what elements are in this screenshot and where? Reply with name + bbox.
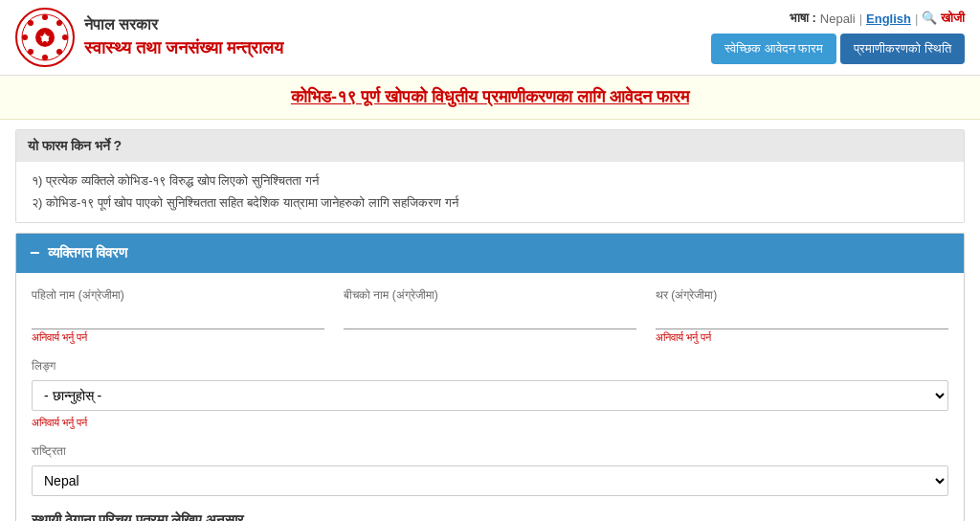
language-label: भाषा : <box>790 11 816 26</box>
header-button-group: स्वेच्छिक आवेदन फारम प्रमाणीकरणको स्थिति <box>711 34 965 64</box>
personal-section-header: − व्यक्तिगत विवरण <box>16 234 964 273</box>
info-item-1: १) प्रत्येक व्यक्तिले कोभिड-१९ विरुद्ध ख… <box>32 170 948 192</box>
search-button[interactable]: 🔍 खोजी <box>922 11 965 26</box>
last-name-error: अनिवार्य भर्नु पर्न <box>656 331 948 344</box>
language-bar: भाषा : Nepali | English | 🔍 खोजी <box>790 11 965 26</box>
svg-point-4 <box>22 34 28 40</box>
collapse-icon[interactable]: − <box>30 243 40 263</box>
nepali-language-link[interactable]: Nepali <box>820 11 856 26</box>
middle-name-group: बीचको नाम (अंग्रेजीमा) <box>344 288 636 344</box>
info-box-header: यो फारम किन भर्ने ? <box>16 130 964 162</box>
header: 🏔 नेपाल सरकार स्वास्थ्य तथा जनसंख्या मन्… <box>0 0 980 76</box>
svg-point-3 <box>42 55 48 60</box>
svg-text:🏔: 🏔 <box>41 34 49 43</box>
svg-point-6 <box>28 20 33 26</box>
government-text: नेपाल सरकार स्वास्थ्य तथा जनसंख्या मन्त्… <box>84 14 283 60</box>
english-language-link[interactable]: English <box>866 11 911 26</box>
personal-section-body: पहिलो नाम (अंग्रेजीमा) अनिवार्य भर्नु पर… <box>16 273 964 521</box>
page-title: कोभिड-१९ पूर्ण खोपको विधुतीय प्रमाणीकरणक… <box>15 87 965 107</box>
application-form-button[interactable]: स्वेच्छिक आवेदन फारम <box>711 34 836 64</box>
page-title-bar: कोभिड-१९ पूर्ण खोपको विधुतीय प्रमाणीकरणक… <box>0 76 980 120</box>
name-row: पहिलो नाम (अंग्रेजीमा) अनिवार्य भर्नु पर… <box>32 288 948 344</box>
first-name-group: पहिलो नाम (अंग्रेजीमा) अनिवार्य भर्नु पर… <box>32 288 324 344</box>
verification-status-button[interactable]: प्रमाणीकरणको स्थिति <box>840 34 965 64</box>
gender-select[interactable]: - छान्नुहोस् - <box>32 380 948 411</box>
gender-label: लिङ्ग <box>32 359 948 373</box>
nationality-select[interactable]: Nepal <box>32 465 948 496</box>
personal-section-title: व्यक्तिगत विवरण <box>48 244 127 261</box>
last-name-label: थर (अंग्रेजीमा) <box>656 288 948 302</box>
svg-point-9 <box>56 49 62 55</box>
government-logo: 🏔 <box>15 8 75 67</box>
govt-name-nepali: नेपाल सरकार <box>84 14 283 35</box>
personal-section: − व्यक्तिगत विवरण पहिलो नाम (अंग्रेजीमा)… <box>15 233 965 521</box>
address-sub-title: स्थायी ठेगाना परिचय पत्रमा लेखिए अनुसार <box>32 511 948 521</box>
lang-separator2: | <box>915 11 918 26</box>
gender-error: अनिवार्य भर्नु पर्न <box>32 417 948 429</box>
first-name-input[interactable] <box>32 306 324 329</box>
middle-name-label: बीचको नाम (अंग्रेजीमा) <box>344 288 636 302</box>
lang-separator: | <box>859 11 862 26</box>
govt-ministry: स्वास्थ्य तथा जनसंख्या मन्त्रालय <box>84 36 283 60</box>
last-name-group: थर (अंग्रेजीमा) अनिवार्य भर्नु पर्न <box>656 288 948 344</box>
nationality-label: राष्ट्रिता <box>32 444 948 458</box>
svg-point-2 <box>42 14 48 20</box>
info-box: यो फारम किन भर्ने ? १) प्रत्येक व्यक्तिल… <box>15 129 965 223</box>
first-name-label: पहिलो नाम (अंग्रेजीमा) <box>32 288 324 302</box>
header-left: 🏔 नेपाल सरकार स्वास्थ्य तथा जनसंख्या मन्… <box>15 8 283 67</box>
header-right: भाषा : Nepali | English | 🔍 खोजी स्वेच्छ… <box>711 11 965 64</box>
info-box-body: १) प्रत्येक व्यक्तिले कोभिड-१९ विरुद्ध ख… <box>16 162 964 222</box>
nationality-row: राष्ट्रिता Nepal <box>32 444 948 496</box>
last-name-input[interactable] <box>656 306 948 329</box>
svg-point-5 <box>62 34 68 40</box>
info-item-2: २) कोभिड-१९ पूर्ण खोप पाएको सुनिश्चितता … <box>32 192 948 214</box>
svg-point-7 <box>56 20 62 26</box>
first-name-error: अनिवार्य भर्नु पर्न <box>32 331 324 344</box>
svg-point-8 <box>28 49 33 55</box>
middle-name-input[interactable] <box>344 306 636 329</box>
gender-row: लिङ्ग - छान्नुहोस् - अनिवार्य भर्नु पर्न <box>32 359 948 429</box>
